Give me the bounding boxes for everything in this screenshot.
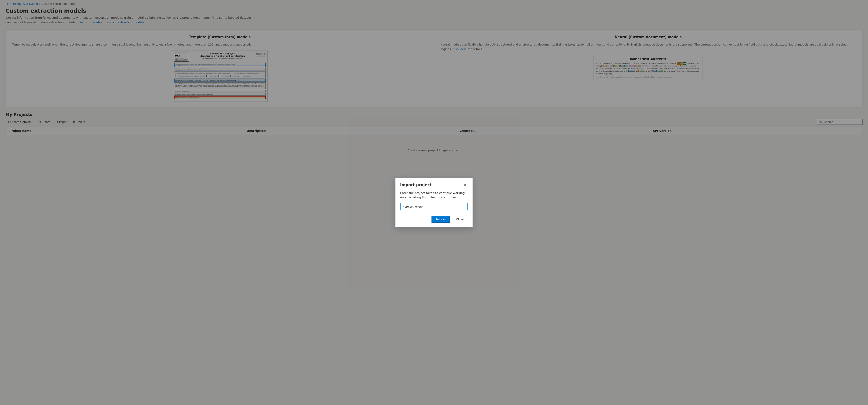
- import-project-modal: Import project ✕ Enter the project token…: [395, 178, 473, 227]
- modal-footer: Import Close: [396, 214, 472, 227]
- modal-close-button[interactable]: Close: [452, 216, 468, 223]
- modal-import-button[interactable]: Import: [432, 216, 450, 223]
- modal-body: Enter the project token to continue work…: [396, 190, 472, 214]
- modal-header: Import project ✕: [396, 178, 472, 190]
- modal-overlay[interactable]: Import project ✕ Enter the project token…: [0, 0, 868, 405]
- modal-close-x-button[interactable]: ✕: [462, 182, 468, 188]
- modal-description: Enter the project token to continue work…: [400, 191, 468, 200]
- project-token-input[interactable]: [400, 203, 468, 210]
- modal-title: Import project: [400, 183, 432, 187]
